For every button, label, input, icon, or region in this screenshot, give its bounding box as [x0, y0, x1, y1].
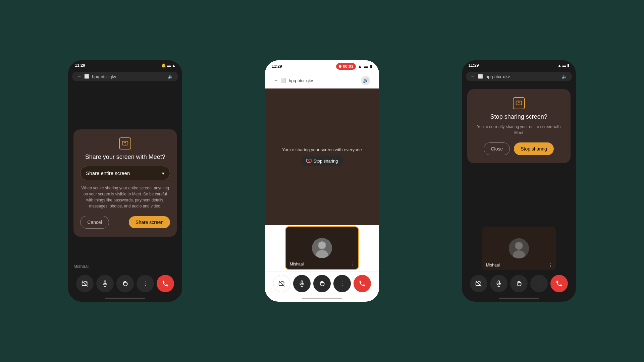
share-screen-button[interactable]: Share screen — [129, 216, 170, 228]
avatar-3 — [509, 238, 529, 258]
notification-icon: 🔔 — [161, 63, 166, 68]
address-bar-3[interactable]: ← ⬜ hpq-ntcr-qkv 🔈 — [466, 72, 572, 81]
stop-sharing-dialog: Stop sharing screen? You're currently sh… — [467, 89, 571, 163]
sound-btn-2[interactable]: 🔊 — [361, 76, 370, 85]
address-bar-2[interactable]: ← ⬜ hpq-ntcr-qkv 🔊 — [269, 74, 375, 87]
phone1-bg: Share your screen with Meet? Share entir… — [68, 82, 182, 248]
address-bar-1[interactable]: ← ⬜ hpq-ntcr-qkv 🔈 — [72, 72, 178, 81]
home-indicator-1 — [105, 298, 145, 299]
back-arrow-3[interactable]: ← — [471, 74, 475, 79]
share-icon-wrapper — [80, 137, 170, 149]
mic-button-2[interactable] — [293, 275, 311, 292]
hand-button-3[interactable] — [510, 275, 528, 292]
dropdown-arrow-icon: ▾ — [162, 171, 164, 176]
avatar-2 — [312, 238, 332, 258]
more-button-1[interactable]: ⋮ — [137, 275, 154, 292]
share-dropdown[interactable]: Share entire screen ▾ — [80, 166, 170, 180]
url-2: hpq-ntcr-qkv — [289, 78, 358, 83]
close-button[interactable]: Close — [484, 142, 510, 155]
camera-off-button-3[interactable] — [470, 275, 487, 292]
time-3: 11:29 — [469, 63, 479, 68]
phone1-wrapper: 11:29 🔔 ▬ ▲ ← ⬜ hpq-ntcr-qkv 🔈 — [27, 60, 224, 302]
svg-point-15 — [516, 242, 522, 249]
end-call-button-3[interactable] — [550, 275, 568, 292]
share-screen-icon — [119, 137, 131, 149]
more-options-1: ⋮ — [68, 248, 182, 261]
screens-container: 11:29 🔔 ▬ ▲ ← ⬜ hpq-ntcr-qkv 🔈 — [0, 0, 644, 362]
bottom-controls-2: ⋮ — [265, 271, 379, 296]
more-button-3[interactable]: ⋮ — [530, 275, 548, 292]
phone1: 11:29 🔔 ▬ ▲ ← ⬜ hpq-ntcr-qkv 🔈 — [68, 60, 182, 302]
share-dialog: Share your screen with Meet? Share entir… — [73, 129, 177, 237]
status-icons-3: ▲ ▬ ▮ — [558, 63, 569, 68]
svg-rect-10 — [301, 281, 303, 284]
status-icons-1: 🔔 ▬ ▲ — [161, 63, 175, 68]
back-arrow-2[interactable]: ← — [274, 78, 278, 83]
wifi-icon-3: ▲ — [558, 63, 561, 67]
home-indicator-2 — [302, 298, 342, 299]
bottom-controls-3: ⋮ — [462, 272, 576, 296]
phone1-content: Share your screen with Meet? Share entir… — [68, 82, 182, 248]
participant-name-1: Mishaal — [68, 261, 182, 272]
stop-dialog-title: Stop sharing screen? — [474, 113, 564, 120]
phone2: 11:29 00:03 ▲ ▬ ▮ ← ⬜ hpq-ntcr-qkv 🔊 — [265, 60, 379, 302]
participant-tile-2: Mishaal ⋮ — [285, 226, 359, 270]
three-dots-icon-1[interactable]: ⋮ — [165, 250, 177, 260]
signal-icon-3: ▬ — [562, 63, 566, 67]
stop-share-button[interactable]: Stop sharing — [514, 142, 554, 155]
tab-icon-3: ⬜ — [478, 74, 483, 79]
mic-button-3[interactable] — [490, 275, 507, 292]
sound-icon-3[interactable]: 🔈 — [561, 74, 567, 79]
home-indicator-3 — [499, 298, 539, 299]
participant-more-2[interactable]: ⋮ — [350, 261, 356, 267]
end-call-button-2[interactable] — [354, 275, 371, 292]
tab-icon-1: ⬜ — [84, 74, 89, 79]
back-arrow-1[interactable]: ← — [77, 74, 82, 79]
camera-off-button-2[interactable] — [273, 275, 290, 292]
share-warning-text: When you're sharing your entire screen, … — [80, 185, 170, 209]
stop-sharing-button[interactable]: Stop sharing — [301, 156, 343, 166]
sound-icon-1[interactable]: 🔈 — [168, 74, 173, 79]
svg-rect-17 — [498, 281, 499, 284]
hand-button-2[interactable] — [313, 275, 331, 292]
participant-more-3[interactable]: ⋮ — [548, 262, 553, 268]
rec-dot — [339, 65, 341, 68]
stop-icon-wrapper — [474, 97, 564, 109]
sharing-text: You're sharing your screen with everyone — [282, 147, 362, 152]
sound-icon-2: 🔊 — [363, 78, 369, 83]
bottom-controls-1: ⋮ — [68, 272, 182, 296]
stop-sharing-label: Stop sharing — [314, 159, 338, 164]
hand-button-1[interactable] — [116, 275, 134, 292]
battery-icon: ▬ — [167, 63, 171, 67]
participant-tile-3: Mishaal ⋮ — [482, 227, 556, 270]
cancel-button[interactable]: Cancel — [80, 216, 109, 229]
more-button-2[interactable]: ⋮ — [333, 275, 351, 292]
stop-dialog-buttons: Close Stop sharing — [474, 142, 564, 155]
participant-name-2: Mishaal — [290, 262, 304, 266]
url-1: hpq-ntcr-qkv — [92, 74, 165, 79]
stop-dialog-desc: You're currently sharing your entire scr… — [474, 124, 564, 136]
end-call-button-1[interactable] — [157, 275, 174, 292]
time-1: 11:29 — [75, 63, 85, 68]
phone3-wrapper: 11:29 ▲ ▬ ▮ ← ⬜ hpq-ntcr-qkv 🔈 — [420, 60, 617, 302]
phone3-content: Stop sharing screen? You're currently sh… — [462, 82, 576, 272]
svg-point-8 — [319, 242, 325, 249]
phone3: 11:29 ▲ ▬ ▮ ← ⬜ hpq-ntcr-qkv 🔈 — [462, 60, 576, 302]
camera-off-button-1[interactable] — [76, 275, 94, 292]
mic-button-1[interactable] — [96, 275, 114, 292]
svg-rect-2 — [104, 281, 106, 284]
share-dialog-buttons: Cancel Share screen — [80, 216, 170, 229]
share-dropdown-value: Share entire screen — [86, 170, 130, 176]
recording-badge: 00:03 — [336, 63, 356, 70]
url-3: hpq-ntcr-qkv — [486, 74, 559, 79]
phone3-lower: Mishaal ⋮ — [462, 167, 576, 272]
tab-icon-2: ⬜ — [281, 78, 286, 83]
status-bar-3: 11:29 ▲ ▬ ▮ — [462, 60, 576, 70]
wifi-icon: ▲ — [172, 63, 175, 67]
battery-icon-3: ▮ — [567, 63, 569, 68]
participant-name-3: Mishaal — [486, 263, 500, 267]
time-2: 11:29 — [272, 64, 282, 69]
stop-share-icon — [513, 97, 525, 109]
share-dialog-title: Share your screen with Meet? — [80, 154, 170, 161]
recording-time: 00:03 — [343, 64, 353, 69]
